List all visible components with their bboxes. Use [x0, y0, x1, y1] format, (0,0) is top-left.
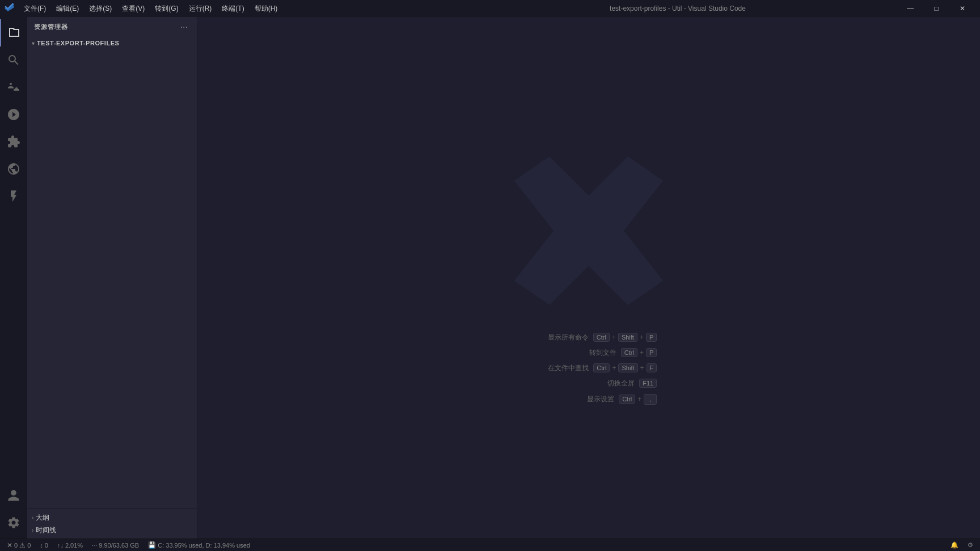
menu-run[interactable]: 运行(R) — [184, 3, 217, 15]
shortcut-toggle-fullscreen-keys: F11 — [639, 379, 657, 388]
window-title: test-export-profiles - Util - Visual Stu… — [458, 5, 897, 12]
menu-goto[interactable]: 转到(G) — [150, 3, 183, 15]
main-layout: 资源管理器 ··· ▾ TEST-EXPORT-PROFILES › 大纲 › … — [0, 17, 980, 539]
sidebar-title-label: 资源管理器 — [34, 23, 67, 31]
activity-remote[interactable] — [0, 155, 27, 183]
shortcut-all-commands-keys: Ctrl + Shift + P — [593, 333, 657, 342]
menu-view[interactable]: 查看(V) — [117, 3, 149, 15]
chevron-right-icon-2: › — [32, 527, 33, 533]
shortcut-goto-file-label: 转到文件 — [548, 348, 616, 358]
activity-settings[interactable] — [0, 509, 27, 536]
activity-extensions[interactable] — [0, 128, 27, 155]
outline-label: 大纲 — [36, 513, 49, 523]
title-bar: 文件(F) 编辑(E) 选择(S) 查看(V) 转到(G) 运行(R) 终端(T… — [0, 0, 980, 17]
shortcut-show-settings-keys: Ctrl + ， — [619, 394, 657, 405]
menu-bar: 文件(F) 编辑(E) 选择(S) 查看(V) 转到(G) 运行(R) 终端(T… — [19, 3, 458, 15]
gear-icon: ⚙ — [968, 541, 973, 549]
status-warnings-count: 0 — [27, 542, 31, 549]
sync-icon: ↕ — [40, 542, 43, 549]
chevron-right-icon: › — [32, 515, 33, 521]
menu-select[interactable]: 选择(S) — [85, 3, 116, 15]
shortcut-goto-file-keys: Ctrl + P — [621, 348, 657, 357]
chevron-down-icon: ▾ — [32, 40, 35, 46]
menu-help[interactable]: 帮助(H) — [250, 3, 282, 15]
menu-edit[interactable]: 编辑(E) — [52, 3, 83, 15]
bell-icon: 🔔 — [951, 541, 958, 549]
bottom-sections: › 大纲 › 时间线 — [27, 508, 197, 539]
kbd-ctrl-2: Ctrl — [621, 348, 637, 357]
shortcut-toggle-fullscreen: 切换全屏 F11 — [567, 379, 657, 388]
warning-icon: ⚠ — [19, 541, 26, 549]
shortcut-show-settings: 显示设置 Ctrl + ， — [546, 394, 657, 405]
outline-section[interactable]: › 大纲 — [27, 511, 197, 524]
status-errors-count: 0 — [14, 542, 18, 549]
timeline-label: 时间线 — [36, 525, 56, 535]
vscode-watermark-icon — [509, 151, 668, 310]
activity-lightning[interactable] — [0, 183, 27, 210]
timeline-section[interactable]: › 时间线 — [27, 524, 197, 536]
shortcut-show-settings-label: 显示设置 — [546, 395, 614, 404]
activity-run-debug[interactable] — [0, 101, 27, 128]
activity-bar-bottom — [0, 482, 27, 536]
status-sync-count: 0 — [45, 542, 48, 549]
status-memory-value: 9.90/63.63 GB — [99, 542, 139, 549]
shortcut-find-in-files: 在文件中查找 Ctrl + Shift + F — [521, 363, 657, 373]
sidebar-content — [27, 49, 197, 508]
kbd-f-3: F — [647, 363, 657, 372]
shortcut-goto-file: 转到文件 Ctrl + P — [548, 348, 657, 358]
shortcut-all-commands-label: 显示所有命令 — [521, 333, 589, 342]
kbd-ctrl-5: Ctrl — [619, 395, 635, 404]
kbd-shift-3: Shift — [618, 363, 637, 372]
kbd-ctrl-1: Ctrl — [593, 333, 610, 342]
sidebar-header: 资源管理器 ··· — [27, 17, 197, 37]
activity-account[interactable] — [0, 482, 27, 509]
menu-terminal[interactable]: 终端(T) — [217, 3, 248, 15]
shortcut-find-in-files-label: 在文件中查找 — [521, 363, 589, 373]
window-controls: — □ ✕ — [897, 0, 975, 17]
error-icon: ✕ — [7, 541, 12, 549]
explorer-section-label: TEST-EXPORT-PROFILES — [37, 40, 119, 46]
kbd-p-1: P — [646, 333, 657, 342]
memory-icon: ··· — [92, 542, 97, 549]
status-notifications[interactable]: 🔔 — [948, 539, 961, 552]
status-memory[interactable]: ··· 9.90/63.63 GB — [90, 539, 141, 552]
activity-explorer[interactable] — [0, 19, 27, 46]
maximize-button[interactable]: □ — [923, 0, 949, 17]
cpu-icon: ↑↓ — [57, 542, 64, 549]
close-button[interactable]: ✕ — [949, 0, 975, 17]
status-cpu[interactable]: ↑↓ 2.01% — [55, 539, 85, 552]
sidebar-footer: › 大纲 › 时间线 — [27, 508, 197, 539]
kbd-comma: ， — [644, 394, 657, 405]
minimize-button[interactable]: — — [897, 0, 923, 17]
shortcut-all-commands: 显示所有命令 Ctrl + Shift + P — [521, 333, 657, 342]
sidebar: 资源管理器 ··· ▾ TEST-EXPORT-PROFILES › 大纲 › … — [27, 17, 197, 539]
activity-source-control[interactable] — [0, 74, 27, 101]
status-disk[interactable]: 💾 C: 33.95% used, D: 13.94% used — [146, 539, 252, 552]
disk-icon: 💾 — [148, 541, 156, 549]
kbd-ctrl-3: Ctrl — [593, 363, 610, 372]
vscode-logo-icon — [5, 3, 16, 14]
kbd-f11: F11 — [639, 379, 657, 388]
status-manage[interactable]: ⚙ — [965, 539, 975, 552]
status-disk-value: C: 33.95% used, D: 13.94% used — [158, 542, 250, 549]
activity-search[interactable] — [0, 46, 27, 74]
sidebar-more-button[interactable]: ··· — [178, 21, 190, 33]
sidebar-header-actions: ··· — [178, 21, 190, 33]
kbd-shift-1: Shift — [618, 333, 637, 342]
kbd-p-2: P — [646, 348, 657, 357]
explorer-section[interactable]: ▾ TEST-EXPORT-PROFILES — [27, 37, 197, 49]
activity-bar — [0, 17, 27, 539]
status-bar: ✕ 0 ⚠ 0 ↕ 0 ↑↓ 2.01% ··· 9.90/63.63 GB 💾… — [0, 539, 980, 551]
shortcut-toggle-fullscreen-label: 切换全屏 — [567, 379, 635, 388]
menu-file[interactable]: 文件(F) — [19, 3, 50, 15]
status-cpu-value: 2.01% — [65, 542, 83, 549]
status-sync[interactable]: ↕ 0 — [37, 539, 50, 552]
editor-area: 显示所有命令 Ctrl + Shift + P 转到文件 Ctrl + P — [197, 17, 980, 539]
shortcuts-panel: 显示所有命令 Ctrl + Shift + P 转到文件 Ctrl + P — [521, 333, 657, 405]
status-errors[interactable]: ✕ 0 ⚠ 0 — [5, 539, 33, 552]
shortcut-find-in-files-keys: Ctrl + Shift + F — [593, 363, 657, 372]
